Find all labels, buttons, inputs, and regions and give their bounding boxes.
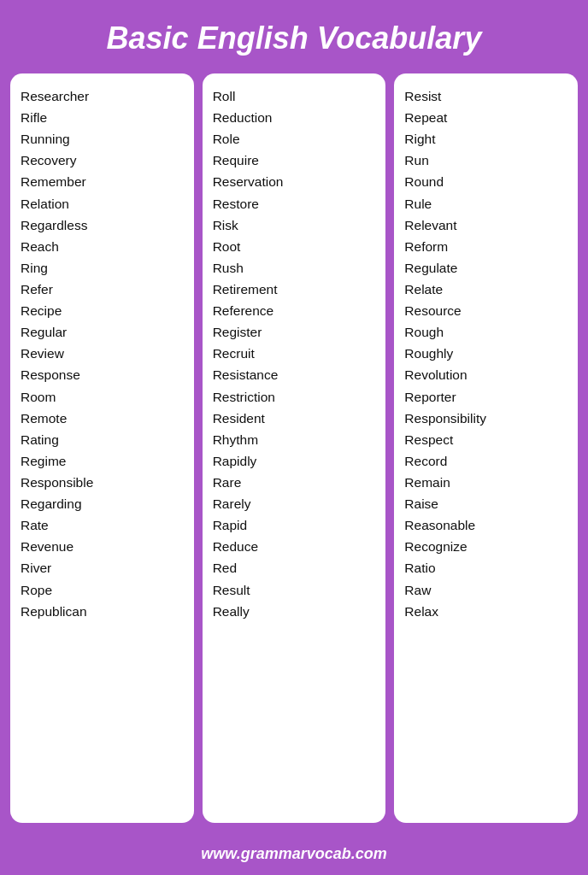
page-header: Basic English Vocabulary	[0, 0, 588, 73]
list-item: Result	[213, 579, 376, 601]
list-item: Regardless	[21, 214, 184, 236]
list-item: Researcher	[21, 85, 184, 107]
list-item: Right	[404, 128, 567, 150]
list-item: Regime	[21, 450, 184, 472]
list-item: Run	[404, 150, 567, 171]
list-item: Rapid	[213, 514, 376, 536]
list-item: Rope	[21, 579, 184, 601]
list-item: Rule	[404, 193, 567, 214]
list-item: Rare	[213, 472, 376, 493]
page-title: Basic English Vocabulary	[14, 21, 574, 56]
list-item: Recipe	[21, 300, 184, 321]
list-item: Rough	[404, 321, 567, 343]
list-item: Reduce	[213, 536, 376, 557]
list-item: Reform	[404, 236, 567, 257]
list-item: Resist	[404, 85, 567, 107]
list-item: Require	[213, 150, 376, 171]
list-item: Response	[21, 364, 184, 385]
list-item: Raise	[404, 493, 567, 514]
list-item: Restore	[213, 193, 376, 214]
vocabulary-column-3: ResistRepeatRightRunRoundRuleRelevantRef…	[394, 73, 578, 823]
list-item: Recovery	[21, 150, 184, 171]
list-item: Room	[21, 386, 184, 408]
list-item: Review	[21, 343, 184, 364]
vocabulary-column-1: ResearcherRifleRunningRecoveryRememberRe…	[10, 73, 194, 823]
list-item: Reach	[21, 236, 184, 257]
list-item: Reporter	[404, 386, 567, 408]
list-item: Relate	[404, 279, 567, 300]
list-item: Really	[213, 601, 376, 622]
list-item: Relax	[404, 601, 567, 622]
list-item: Roughly	[404, 343, 567, 364]
list-item: Reduction	[213, 107, 376, 128]
list-item: Rifle	[21, 107, 184, 128]
list-item: Ring	[21, 257, 184, 279]
website-url: www.grammarvocab.com	[201, 845, 386, 862]
list-item: Restriction	[213, 386, 376, 408]
list-item: Respect	[404, 429, 567, 450]
list-item: Remain	[404, 472, 567, 493]
list-item: Revenue	[21, 536, 184, 557]
list-item: Reference	[213, 300, 376, 321]
list-item: Raw	[404, 579, 567, 601]
list-item: Resource	[404, 300, 567, 321]
vocabulary-column-2: RollReductionRoleRequireReservationResto…	[203, 73, 386, 823]
list-item: Record	[404, 450, 567, 472]
list-item: Reasonable	[404, 514, 567, 536]
list-item: Responsibility	[404, 408, 567, 429]
list-item: Remote	[21, 408, 184, 429]
list-item: Regular	[21, 321, 184, 343]
list-item: Round	[404, 171, 567, 192]
list-item: Rating	[21, 429, 184, 450]
list-item: Responsible	[21, 472, 184, 493]
list-item: Rush	[213, 257, 376, 279]
list-item: Refer	[21, 279, 184, 300]
list-item: Repeat	[404, 107, 567, 128]
list-item: Running	[21, 128, 184, 150]
vocabulary-content: ResearcherRifleRunningRecoveryRememberRe…	[0, 73, 588, 833]
list-item: Risk	[213, 214, 376, 236]
list-item: Recognize	[404, 536, 567, 557]
list-item: Relevant	[404, 214, 567, 236]
list-item: Rapidly	[213, 450, 376, 472]
list-item: Root	[213, 236, 376, 257]
list-item: Rarely	[213, 493, 376, 514]
list-item: River	[21, 557, 184, 578]
list-item: Republican	[21, 601, 184, 622]
list-item: Revolution	[404, 364, 567, 385]
list-item: Rhythm	[213, 429, 376, 450]
list-item: Register	[213, 321, 376, 343]
list-item: Resistance	[213, 364, 376, 385]
list-item: Recruit	[213, 343, 376, 364]
list-item: Regarding	[21, 493, 184, 514]
list-item: Rate	[21, 514, 184, 536]
list-item: Reservation	[213, 171, 376, 192]
list-item: Remember	[21, 171, 184, 192]
list-item: Ratio	[404, 557, 567, 578]
list-item: Retirement	[213, 279, 376, 300]
list-item: Red	[213, 557, 376, 578]
list-item: Relation	[21, 193, 184, 214]
page-footer: www.grammarvocab.com	[0, 833, 588, 875]
list-item: Roll	[213, 85, 376, 107]
list-item: Regulate	[404, 257, 567, 279]
list-item: Role	[213, 128, 376, 150]
list-item: Resident	[213, 408, 376, 429]
